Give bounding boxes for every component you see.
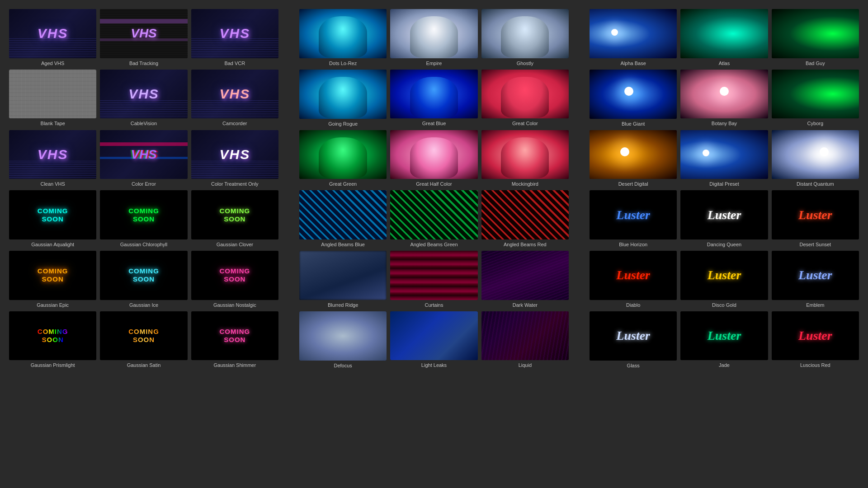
item-digital-preset[interactable]: Digital Preset xyxy=(680,130,768,187)
item-camcorder[interactable]: VHS Camcorder xyxy=(191,70,278,127)
label-blurred-ridge: Blurred Ridge xyxy=(299,302,387,308)
thumb-great-color xyxy=(481,70,569,119)
item-gaussian-nostalgic[interactable]: COMINGSOONGaussian Nostalgic xyxy=(191,251,278,308)
item-ghostly[interactable]: Ghostly xyxy=(481,9,569,66)
item-blue-giant[interactable]: Blue Giant xyxy=(590,70,677,127)
label-light-leaks: Light Leaks xyxy=(390,362,477,368)
item-luscious-red[interactable]: LusterLuscious Red xyxy=(772,311,859,368)
item-great-blue[interactable]: Great Blue xyxy=(390,70,477,127)
thumb-blank-tape xyxy=(9,70,96,119)
item-angled-beams-blue[interactable]: Angled Beams Blue xyxy=(299,190,387,247)
item-color-treatment[interactable]: VHS Color Treatment Only xyxy=(191,130,278,187)
item-bad-guy[interactable]: Bad Guy xyxy=(772,9,859,66)
label-mockingbird: Mockingbird xyxy=(481,181,569,187)
label-color-error: Color Error xyxy=(100,181,187,187)
thumb-empire xyxy=(390,9,477,58)
item-dots-lo-rez[interactable]: Dots Lo-Rez xyxy=(299,9,387,66)
item-blank-tape[interactable]: Blank Tape xyxy=(9,70,96,127)
label-going-rogue: Going Rogue xyxy=(299,121,387,127)
thumb-clean-vhs: VHS xyxy=(9,130,96,179)
item-distant-quantum[interactable]: Distant Quantum xyxy=(772,130,859,187)
item-gaussian-satin[interactable]: COMINGSOONGaussian Satin xyxy=(100,311,187,368)
thumb-gaussian-clover: COMINGSOON xyxy=(191,190,278,239)
thumb-mockingbird xyxy=(481,130,569,179)
item-bad-tracking[interactable]: VHS Bad Tracking xyxy=(100,9,187,66)
label-blue-horizon: Blue Horizon xyxy=(590,242,677,247)
item-glass[interactable]: LusterGlass xyxy=(590,311,677,368)
label-great-green: Great Green xyxy=(299,181,387,187)
item-color-error[interactable]: VHS Color Error xyxy=(100,130,187,187)
label-great-blue: Great Blue xyxy=(390,121,477,126)
label-great-color: Great Color xyxy=(481,121,569,126)
label-gaussian-chlorophyll: Gaussian Chlorophyll xyxy=(100,242,187,247)
item-liquid[interactable]: Liquid xyxy=(481,311,569,368)
item-blurred-ridge[interactable]: Blurred Ridge xyxy=(299,251,387,308)
item-gaussian-prismlight[interactable]: COMINGSOONGaussian Prismlight xyxy=(9,311,96,368)
item-great-half-color[interactable]: Great Half Color xyxy=(390,130,477,187)
item-desert-sunset[interactable]: LusterDesert Sunset xyxy=(772,190,859,247)
label-glass: Glass xyxy=(590,363,677,368)
item-going-rogue[interactable]: Going Rogue xyxy=(299,70,387,127)
thumb-defocus xyxy=(299,311,387,361)
item-gaussian-ice[interactable]: COMINGSOONGaussian Ice xyxy=(100,251,187,308)
label-angled-beams-green: Angled Beams Green xyxy=(390,242,477,247)
item-empire[interactable]: Empire xyxy=(390,9,477,66)
row-4: COMINGSOONGaussian AqualightCOMINGSOONGa… xyxy=(9,190,859,247)
label-gaussian-satin: Gaussian Satin xyxy=(100,362,187,368)
item-angled-beams-red[interactable]: Angled Beams Red xyxy=(481,190,569,247)
thumb-ghostly xyxy=(481,9,569,58)
label-botany-bay: Botany Bay xyxy=(680,121,768,126)
label-great-half-color: Great Half Color xyxy=(390,181,477,187)
label-emblem: Emblem xyxy=(772,302,859,308)
item-botany-bay[interactable]: Botany Bay xyxy=(680,70,768,127)
label-desert-sunset: Desert Sunset xyxy=(772,242,859,247)
thumb-angled-beams-red xyxy=(481,190,569,239)
row-2: Blank Tape VHS CableVision VHS Camcorder… xyxy=(9,70,859,127)
item-jade[interactable]: LusterJade xyxy=(680,311,768,368)
item-desert-digital[interactable]: Desert Digital xyxy=(590,130,677,187)
label-alpha-base: Alpha Base xyxy=(590,61,677,66)
label-clean-vhs: Clean VHS xyxy=(9,181,96,187)
item-curtains[interactable]: Curtains xyxy=(390,251,477,308)
row-5: COMINGSOONGaussian EpicCOMINGSOONGaussia… xyxy=(9,251,859,308)
thumb-curtains xyxy=(390,251,477,300)
label-gaussian-prismlight: Gaussian Prismlight xyxy=(9,362,96,368)
item-gaussian-epic[interactable]: COMINGSOONGaussian Epic xyxy=(9,251,96,308)
item-dark-water[interactable]: Dark Water xyxy=(481,251,569,308)
label-dark-water: Dark Water xyxy=(481,302,569,308)
item-cyborg[interactable]: Cyborg xyxy=(772,70,859,127)
label-blank-tape: Blank Tape xyxy=(9,121,96,126)
item-diablo[interactable]: LusterDiablo xyxy=(590,251,677,308)
label-empire: Empire xyxy=(390,61,477,66)
item-disco-gold[interactable]: LusterDisco Gold xyxy=(680,251,768,308)
thumb-angled-beams-blue xyxy=(299,190,387,239)
item-angled-beams-green[interactable]: Angled Beams Green xyxy=(390,190,477,247)
thumb-dark-water xyxy=(481,251,569,300)
item-dancing-queen[interactable]: LusterDancing Queen xyxy=(680,190,768,247)
item-atlas[interactable]: Atlas xyxy=(680,9,768,66)
row-1: VHS Aged VHS VHS Bad Tracking VHS Bad VC… xyxy=(9,9,859,66)
item-gaussian-shimmer[interactable]: COMINGSOONGaussian Shimmer xyxy=(191,311,278,368)
item-mockingbird[interactable]: Mockingbird xyxy=(481,130,569,187)
item-emblem[interactable]: LusterEmblem xyxy=(772,251,859,308)
label-bad-tracking: Bad Tracking xyxy=(100,61,187,66)
label-luscious-red: Luscious Red xyxy=(772,362,859,368)
item-great-color[interactable]: Great Color xyxy=(481,70,569,127)
item-gaussian-clover[interactable]: COMINGSOONGaussian Clover xyxy=(191,190,278,247)
item-blue-horizon[interactable]: LusterBlue Horizon xyxy=(590,190,677,247)
thumb-gaussian-nostalgic: COMINGSOON xyxy=(191,251,278,300)
item-light-leaks[interactable]: Light Leaks xyxy=(390,311,477,368)
item-aged-vhs[interactable]: VHS Aged VHS xyxy=(9,9,96,66)
thumb-liquid xyxy=(481,311,569,361)
item-bad-vcr[interactable]: VHS Bad VCR xyxy=(191,9,278,66)
thumb-dancing-queen: Luster xyxy=(680,190,768,239)
item-gaussian-aqualight[interactable]: COMINGSOONGaussian Aqualight xyxy=(9,190,96,247)
item-clean-vhs[interactable]: VHS Clean VHS xyxy=(9,130,96,187)
thumb-dots-lo-rez xyxy=(299,9,387,58)
item-defocus[interactable]: Defocus xyxy=(299,311,387,368)
label-bad-guy: Bad Guy xyxy=(772,61,859,66)
item-great-green[interactable]: Great Green xyxy=(299,130,387,187)
item-gaussian-chlorophyll[interactable]: COMINGSOONGaussian Chlorophyll xyxy=(100,190,187,247)
item-cablevision[interactable]: VHS CableVision xyxy=(100,70,187,127)
item-alpha-base[interactable]: Alpha Base xyxy=(590,9,677,66)
